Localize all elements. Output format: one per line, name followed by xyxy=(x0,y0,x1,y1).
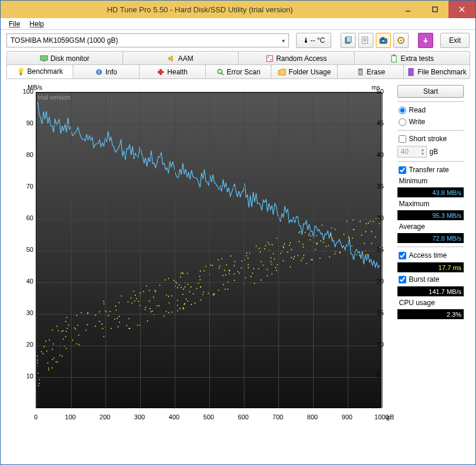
svg-point-71 xyxy=(127,302,128,303)
maximize-button[interactable] xyxy=(421,1,448,18)
menubar: File Help xyxy=(1,18,475,30)
radio-write[interactable]: Write xyxy=(397,117,464,126)
check-burst-rate[interactable]: Burst rate xyxy=(397,275,464,284)
svg-point-148 xyxy=(366,223,367,224)
svg-point-92 xyxy=(189,291,190,292)
svg-point-291 xyxy=(293,258,294,259)
main-area: MB/s ms trial version gB 102030405060708… xyxy=(6,78,470,433)
svg-point-290 xyxy=(283,247,284,248)
svg-point-34 xyxy=(65,321,66,322)
svg-line-27 xyxy=(222,73,223,75)
svg-point-275 xyxy=(199,279,200,281)
check-transfer-rate[interactable]: Transfer rate xyxy=(397,165,464,175)
svg-point-78 xyxy=(37,363,38,364)
svg-point-154 xyxy=(301,260,302,261)
svg-point-327 xyxy=(157,305,158,306)
svg-point-312 xyxy=(47,363,49,364)
svg-point-41 xyxy=(37,355,38,357)
svg-point-11 xyxy=(382,40,385,43)
svg-point-125 xyxy=(41,351,42,353)
check-short-stroke[interactable]: Short stroke xyxy=(397,134,464,143)
minimize-button[interactable] xyxy=(395,1,421,18)
check-access-time[interactable]: Access time xyxy=(397,251,464,260)
copy-text-button[interactable] xyxy=(358,33,373,48)
tab-health[interactable]: Health xyxy=(139,64,206,78)
settings-button[interactable] xyxy=(393,33,409,48)
svg-point-137 xyxy=(159,285,161,286)
svg-rect-21 xyxy=(393,54,395,56)
svg-point-181 xyxy=(353,220,354,221)
svg-point-19 xyxy=(270,59,271,60)
short-stroke-spinner[interactable]: 40▴▾ xyxy=(397,146,427,158)
start-button[interactable]: Start xyxy=(397,85,464,98)
tab-extra-tests[interactable]: Extra tests xyxy=(354,51,471,65)
svg-point-208 xyxy=(37,360,38,361)
svg-point-87 xyxy=(115,306,116,307)
svg-point-177 xyxy=(267,275,268,276)
svg-point-149 xyxy=(165,279,166,281)
svg-point-105 xyxy=(212,265,213,266)
svg-point-95 xyxy=(360,221,361,222)
svg-point-114 xyxy=(233,273,234,275)
svg-point-285 xyxy=(226,264,227,265)
svg-point-103 xyxy=(59,354,60,355)
tab-random-access[interactable]: Random Access xyxy=(238,51,355,65)
svg-point-235 xyxy=(151,312,152,313)
svg-point-244 xyxy=(329,257,330,258)
svg-point-139 xyxy=(118,316,120,317)
search-icon xyxy=(216,68,225,76)
svg-point-51 xyxy=(199,276,200,277)
menu-help[interactable]: Help xyxy=(25,20,49,28)
svg-point-183 xyxy=(153,297,154,298)
label-average: Average xyxy=(397,223,464,231)
tab-aam[interactable]: AAM xyxy=(123,51,239,65)
svg-point-240 xyxy=(217,259,219,261)
svg-point-14 xyxy=(400,40,402,42)
tab-disk-monitor[interactable]: Disk monitor xyxy=(6,51,123,65)
titlebar: HD Tune Pro 5.50 - Hard Disk/SSD Utility… xyxy=(1,1,475,18)
svg-point-296 xyxy=(283,246,284,247)
menu-file[interactable]: File xyxy=(4,20,25,28)
exit-button[interactable]: Exit xyxy=(440,33,470,48)
svg-point-248 xyxy=(179,285,180,286)
svg-point-263 xyxy=(168,312,169,313)
radio-read[interactable]: Read xyxy=(397,105,464,115)
svg-point-347 xyxy=(75,329,76,330)
svg-point-340 xyxy=(246,255,247,257)
svg-point-234 xyxy=(316,244,317,245)
svg-point-68 xyxy=(297,255,298,256)
copy-info-button[interactable] xyxy=(341,33,356,48)
svg-point-307 xyxy=(353,229,355,230)
tab-folder-usage[interactable]: Folder Usage xyxy=(271,64,338,78)
svg-point-167 xyxy=(344,234,345,235)
svg-point-320 xyxy=(128,328,130,329)
svg-point-142 xyxy=(254,283,255,284)
drive-select[interactable]: TOSHIBA MK1059GSM (1000 gB) ▾ xyxy=(6,33,289,47)
svg-point-49 xyxy=(138,301,139,302)
screenshot-button[interactable] xyxy=(376,33,391,48)
svg-point-190 xyxy=(182,294,183,295)
svg-point-230 xyxy=(245,277,246,278)
svg-point-110 xyxy=(196,288,198,289)
svg-point-45 xyxy=(63,339,64,340)
svg-point-160 xyxy=(219,268,220,269)
svg-point-215 xyxy=(246,252,247,254)
tab-error-scan[interactable]: Error Scan xyxy=(205,64,272,78)
tab-benchmark[interactable]: 💡Benchmark xyxy=(6,64,73,78)
svg-point-274 xyxy=(99,321,100,322)
svg-point-109 xyxy=(87,312,89,313)
svg-point-276 xyxy=(316,235,317,236)
svg-point-96 xyxy=(222,275,223,276)
svg-point-331 xyxy=(260,252,261,253)
tab-info[interactable]: iInfo xyxy=(73,64,140,78)
save-button[interactable] xyxy=(418,33,433,48)
svg-point-80 xyxy=(121,295,122,296)
svg-point-72 xyxy=(56,361,57,363)
svg-point-313 xyxy=(134,300,135,302)
tab-file-benchmark[interactable]: File Benchmark xyxy=(403,64,470,78)
svg-point-257 xyxy=(183,309,184,310)
svg-point-277 xyxy=(213,295,214,296)
tab-erase[interactable]: Erase xyxy=(337,64,404,78)
close-button[interactable] xyxy=(448,1,475,18)
svg-point-66 xyxy=(229,273,230,274)
